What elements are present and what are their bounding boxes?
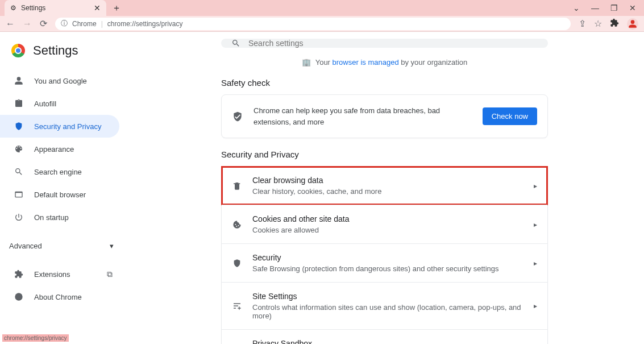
search-icon	[14, 167, 24, 176]
settings-search[interactable]	[221, 39, 548, 48]
sidebar-item-default-browser[interactable]: Default browser	[0, 183, 119, 206]
row-sub: Controls what information sites can use …	[252, 303, 523, 320]
browser-navbar: ← → ⟳ ⓘ Chrome | chrome://settings/priva…	[0, 16, 644, 32]
chrome-logo-icon	[11, 44, 25, 57]
puzzle-icon	[14, 270, 24, 279]
sidebar-item-label: Extensions	[34, 270, 70, 279]
row-site-settings[interactable]: Site Settings Controls what information …	[222, 282, 547, 329]
sidebar-advanced-toggle[interactable]: Advanced ▾	[0, 234, 142, 257]
section-title-safety: Safety check	[221, 78, 548, 88]
window-controls: ⌄ — ❐ ✕	[573, 3, 644, 13]
sidebar-item-search-engine[interactable]: Search engine	[0, 160, 119, 183]
sidebar-advanced-label: Advanced	[9, 242, 42, 250]
row-sub: Clear history, cookies, cache, and more	[252, 187, 523, 196]
trash-icon	[232, 181, 242, 190]
sidebar-item-label: Search engine	[34, 168, 82, 176]
bookmark-icon[interactable]: ☆	[594, 18, 602, 29]
sidebar-item-appearance[interactable]: Appearance	[0, 138, 119, 160]
minimize-icon[interactable]: —	[591, 3, 599, 13]
row-security[interactable]: Security Safe Browsing (protection from …	[222, 243, 547, 282]
maximize-icon[interactable]: ❐	[610, 3, 618, 13]
shield-check-icon	[232, 111, 243, 122]
open-in-new-icon: ⧉	[107, 270, 113, 279]
building-icon: 🏢	[302, 58, 311, 67]
chevron-right-icon: ▸	[534, 302, 537, 310]
row-cookies[interactable]: Cookies and other site data Cookies are …	[222, 205, 547, 243]
site-info-icon[interactable]: ⓘ	[61, 19, 68, 28]
clipboard-icon	[14, 99, 24, 108]
chrome-icon	[14, 292, 24, 301]
address-bar[interactable]: ⓘ Chrome | chrome://settings/privacy	[55, 18, 571, 30]
reload-icon[interactable]: ⟳	[40, 18, 47, 29]
chevron-right-icon: ▸	[534, 221, 537, 229]
row-sub: Cookies are allowed	[252, 226, 523, 234]
palette-icon	[14, 144, 24, 154]
profile-avatar[interactable]	[627, 18, 638, 30]
cookie-icon	[232, 220, 242, 229]
close-window-icon[interactable]: ✕	[629, 3, 636, 13]
sidebar-item-autofill[interactable]: Autofill	[0, 92, 119, 115]
sidebar-item-label: On startup	[34, 213, 69, 222]
close-icon[interactable]: ✕	[94, 3, 101, 13]
tab-title: Settings	[21, 4, 89, 12]
forward-icon[interactable]: →	[23, 19, 32, 29]
back-icon[interactable]: ←	[6, 19, 15, 29]
sidebar-item-about-chrome[interactable]: About Chrome	[0, 285, 119, 308]
sidebar-item-label: Security and Privacy	[34, 122, 102, 131]
section-title-privacy: Security and Privacy	[221, 150, 548, 159]
extensions-icon[interactable]	[610, 18, 619, 30]
chevron-right-icon: ▸	[534, 259, 537, 267]
new-tab-button[interactable]: ＋	[112, 2, 121, 14]
row-clear-browsing-data[interactable]: Clear browsing data Clear history, cooki…	[222, 167, 547, 205]
settings-search-input[interactable]	[248, 39, 538, 48]
sidebar-item-label: Autofill	[34, 100, 56, 108]
shield-icon	[232, 259, 242, 268]
gear-icon: ⚙	[10, 4, 16, 12]
sidebar-item-label: You and Google	[34, 77, 87, 85]
check-now-button[interactable]: Check now	[483, 107, 537, 125]
status-url-hint: chrome://settings/privacy	[2, 334, 69, 342]
sidebar-item-label: About Chrome	[34, 293, 82, 301]
person-icon	[14, 76, 24, 85]
sidebar: Settings You and Google Autofill Securit…	[0, 32, 142, 344]
main-panel: 🏢 Your browser is managed by your organi…	[142, 32, 644, 344]
sidebar-item-extensions[interactable]: Extensions ⧉	[0, 263, 119, 285]
row-sub: Safe Browsing (protection from dangerous…	[252, 264, 523, 273]
sidebar-item-label: Appearance	[34, 145, 74, 154]
managed-link[interactable]: browser is managed	[333, 58, 399, 67]
address-scheme: Chrome	[72, 20, 97, 28]
sidebar-item-security-privacy[interactable]: Security and Privacy	[0, 115, 119, 138]
page-title: Settings	[33, 43, 78, 58]
browser-tab[interactable]: ⚙ Settings ✕	[5, 0, 106, 16]
browser-icon	[14, 190, 24, 199]
tune-icon	[232, 301, 242, 310]
row-title: Site Settings	[252, 292, 523, 301]
managed-notice: 🏢 Your browser is managed by your organi…	[302, 58, 468, 67]
privacy-list: Clear browsing data Clear history, cooki…	[221, 166, 548, 344]
address-url: chrome://settings/privacy	[107, 20, 183, 28]
safety-check-card: Chrome can help keep you safe from data …	[221, 94, 548, 138]
share-icon[interactable]: ⇪	[579, 18, 586, 29]
chevron-right-icon: ▸	[534, 182, 537, 190]
row-title: Privacy Sandbox	[252, 339, 537, 344]
chevron-down-icon[interactable]: ⌄	[573, 3, 580, 13]
row-privacy-sandbox[interactable]: Privacy Sandbox	[222, 329, 547, 344]
row-title: Security	[252, 253, 523, 262]
brand: Settings	[0, 43, 142, 58]
shield-icon	[14, 122, 24, 131]
sidebar-item-label: Default browser	[34, 190, 86, 199]
power-icon	[14, 213, 24, 222]
chevron-down-icon: ▾	[110, 242, 114, 250]
svg-point-0	[15, 293, 22, 300]
search-icon	[231, 39, 240, 48]
window-titlebar: ⚙ Settings ✕ ＋ ⌄ — ❐ ✕	[0, 0, 644, 16]
sidebar-item-on-startup[interactable]: On startup	[0, 206, 119, 229]
safety-text: Chrome can help keep you safe from data …	[254, 105, 472, 127]
row-title: Cookies and other site data	[252, 214, 523, 223]
sidebar-item-you-and-google[interactable]: You and Google	[0, 69, 119, 92]
row-title: Clear browsing data	[252, 176, 523, 185]
